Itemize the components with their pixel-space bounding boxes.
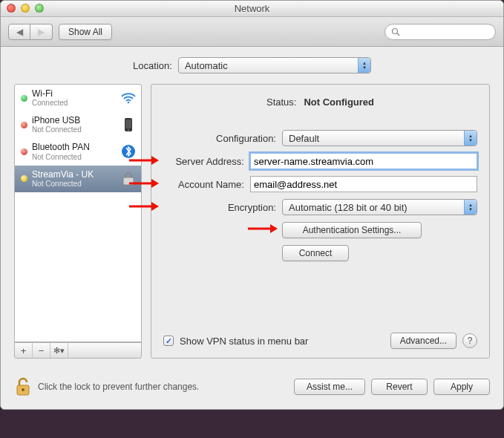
svg-marker-9 bbox=[151, 156, 159, 165]
server-address-label: Server Address: bbox=[163, 156, 244, 167]
show-vpn-status-label: Show VPN status in menu bar bbox=[180, 336, 384, 347]
connect-button[interactable]: Connect bbox=[282, 245, 349, 261]
location-label: Location: bbox=[133, 60, 172, 71]
svg-point-0 bbox=[393, 28, 398, 33]
bluetooth-icon bbox=[120, 143, 137, 160]
sidebar-item-wifi[interactable]: Wi-Fi Connected bbox=[15, 85, 141, 111]
remove-service-button[interactable]: − bbox=[33, 343, 50, 358]
show-vpn-status-checkbox[interactable]: ✓ bbox=[163, 336, 174, 346]
revert-button[interactable]: Revert bbox=[371, 379, 428, 395]
service-actions-button[interactable]: ✻▾ bbox=[50, 343, 68, 358]
configuration-value: Default bbox=[289, 133, 319, 144]
service-status: Connected bbox=[32, 99, 116, 107]
location-value: Automatic bbox=[185, 60, 228, 71]
svg-point-2 bbox=[128, 102, 130, 104]
updown-arrows-icon: ▲▼ bbox=[358, 58, 370, 73]
svg-marker-13 bbox=[151, 202, 159, 211]
status-value: Not Configured bbox=[304, 97, 374, 108]
titlebar: Network bbox=[1, 1, 503, 17]
authentication-settings-button[interactable]: Authentication Settings... bbox=[282, 222, 422, 238]
svg-marker-15 bbox=[270, 224, 278, 233]
add-service-button[interactable]: + bbox=[15, 343, 33, 358]
svg-rect-7 bbox=[123, 177, 134, 185]
encryption-label: Encryption: bbox=[163, 202, 276, 213]
sidebar-item-iphone-usb[interactable]: iPhone USB Not Connected bbox=[15, 111, 141, 138]
show-all-button[interactable]: Show All bbox=[59, 24, 112, 40]
assist-me-button[interactable]: Assist me... bbox=[294, 379, 365, 395]
status-label: Status: bbox=[266, 97, 296, 108]
account-name-input[interactable] bbox=[250, 176, 477, 192]
service-name: Bluetooth PAN bbox=[32, 143, 116, 152]
zoom-window-button[interactable] bbox=[35, 4, 44, 13]
svg-rect-4 bbox=[125, 120, 131, 128]
help-button[interactable]: ? bbox=[462, 333, 477, 348]
vpn-lock-icon bbox=[120, 171, 137, 187]
svg-point-5 bbox=[128, 129, 129, 131]
forward-button[interactable]: ▶ bbox=[30, 24, 53, 40]
annotation-arrow-icon bbox=[246, 223, 278, 234]
iphone-icon bbox=[120, 117, 137, 133]
status-dot-icon bbox=[21, 175, 27, 182]
search-icon bbox=[391, 27, 400, 36]
service-status: Not Connected bbox=[32, 125, 116, 134]
service-name: StreamVia - UK bbox=[32, 170, 116, 180]
details-panel: Status: Not Configured Configuration: De… bbox=[151, 84, 490, 359]
service-status: Not Connected bbox=[32, 153, 116, 161]
apply-button[interactable]: Apply bbox=[433, 379, 490, 395]
service-name: iPhone USB bbox=[32, 116, 116, 125]
configuration-label: Configuration: bbox=[163, 133, 276, 144]
svg-marker-11 bbox=[151, 179, 159, 188]
window-title: Network bbox=[235, 3, 270, 14]
status-dot-icon bbox=[21, 95, 27, 102]
service-status: Not Connected bbox=[32, 180, 116, 188]
svg-point-17 bbox=[22, 388, 24, 391]
minimize-window-button[interactable] bbox=[21, 4, 30, 13]
back-button[interactable]: ◀ bbox=[8, 24, 30, 40]
service-list: Wi-Fi Connected iPhone USB Not Connected bbox=[14, 84, 142, 342]
encryption-value: Automatic (128 bit or 40 bit) bbox=[289, 202, 408, 213]
status-dot-icon bbox=[21, 122, 27, 128]
server-address-input[interactable] bbox=[250, 153, 477, 169]
search-input[interactable] bbox=[404, 26, 504, 38]
status-dot-icon bbox=[21, 148, 27, 155]
network-preferences-window: Network ◀ ▶ Show All Location: Automatic… bbox=[0, 0, 504, 410]
toolbar: ◀ ▶ Show All bbox=[1, 17, 503, 47]
svg-line-1 bbox=[397, 33, 399, 36]
service-name: Wi-Fi bbox=[32, 89, 116, 99]
updown-arrows-icon: ▲▼ bbox=[464, 131, 477, 146]
sidebar-item-bluetooth-pan[interactable]: Bluetooth PAN Not Connected bbox=[15, 138, 141, 165]
location-popup[interactable]: Automatic ▲▼ bbox=[178, 57, 371, 73]
close-window-button[interactable] bbox=[7, 4, 16, 13]
updown-arrows-icon: ▲▼ bbox=[464, 200, 477, 215]
wifi-icon bbox=[120, 90, 137, 106]
sidebar-toolbar: + − ✻▾ bbox=[14, 342, 142, 359]
search-field[interactable] bbox=[384, 24, 496, 40]
advanced-button[interactable]: Advanced... bbox=[390, 333, 456, 349]
configuration-popup[interactable]: Default ▲▼ bbox=[282, 130, 477, 146]
encryption-popup[interactable]: Automatic (128 bit or 40 bit) ▲▼ bbox=[282, 199, 477, 215]
lock-hint-text: Click the lock to prevent further change… bbox=[38, 382, 199, 392]
account-name-label: Account Name: bbox=[163, 179, 244, 190]
sidebar-item-streamvia-uk[interactable]: StreamVia - UK Not Connected bbox=[15, 166, 141, 192]
unlock-icon[interactable] bbox=[14, 376, 32, 397]
